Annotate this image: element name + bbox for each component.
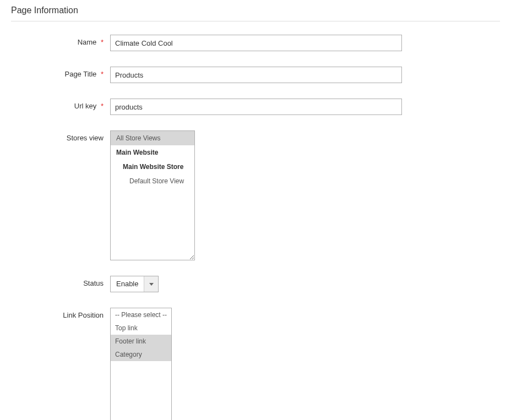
field-row-url-key: Url key * bbox=[11, 99, 500, 115]
page-title-label-text: Page Title bbox=[64, 70, 96, 78]
page-title-label: Page Title * bbox=[11, 67, 110, 78]
link-position-option[interactable]: -- Please select -- bbox=[111, 308, 171, 321]
status-label: Status bbox=[11, 276, 110, 287]
required-asterisk: * bbox=[101, 70, 104, 78]
stores-view-option[interactable]: Main Website Store bbox=[111, 160, 194, 174]
required-asterisk: * bbox=[101, 38, 104, 46]
name-label-text: Name bbox=[78, 38, 97, 46]
stores-view-label: Stores view bbox=[11, 130, 110, 142]
field-row-status: Status Enable bbox=[11, 276, 500, 292]
stores-view-option[interactable]: Default Store View bbox=[111, 174, 194, 188]
stores-view-option[interactable]: All Store Views bbox=[111, 131, 194, 145]
link-position-label-text: Link Position bbox=[63, 311, 104, 319]
field-row-page-title: Page Title * bbox=[11, 67, 500, 83]
page-title-input[interactable] bbox=[110, 67, 402, 83]
link-position-listbox[interactable]: -- Please select --Top linkFooter linkCa… bbox=[110, 308, 172, 420]
status-label-text: Status bbox=[83, 279, 104, 287]
stores-view-listbox[interactable]: All Store ViewsMain WebsiteMain Website … bbox=[110, 130, 195, 260]
link-position-label: Link Position bbox=[11, 308, 110, 319]
field-row-stores-view: Stores view All Store ViewsMain WebsiteM… bbox=[11, 130, 500, 260]
stores-view-option[interactable]: Main Website bbox=[111, 145, 194, 160]
field-row-name: Name * bbox=[11, 35, 500, 51]
link-position-option[interactable]: Footer link bbox=[111, 335, 171, 348]
name-input[interactable] bbox=[110, 35, 402, 51]
chevron-down-icon bbox=[144, 276, 158, 292]
section-title: Page Information bbox=[11, 6, 500, 21]
name-label: Name * bbox=[11, 35, 110, 46]
required-asterisk: * bbox=[101, 102, 104, 110]
link-position-option[interactable]: Category bbox=[111, 348, 171, 361]
status-select-value: Enable bbox=[111, 276, 144, 292]
url-key-label-text: Url key bbox=[74, 102, 96, 110]
url-key-input[interactable] bbox=[110, 99, 402, 115]
field-row-link-position: Link Position -- Please select --Top lin… bbox=[11, 308, 500, 420]
stores-view-label-text: Stores view bbox=[67, 134, 104, 142]
status-select[interactable]: Enable bbox=[110, 276, 159, 292]
link-position-option[interactable]: Top link bbox=[111, 321, 171, 335]
url-key-label: Url key * bbox=[11, 99, 110, 110]
